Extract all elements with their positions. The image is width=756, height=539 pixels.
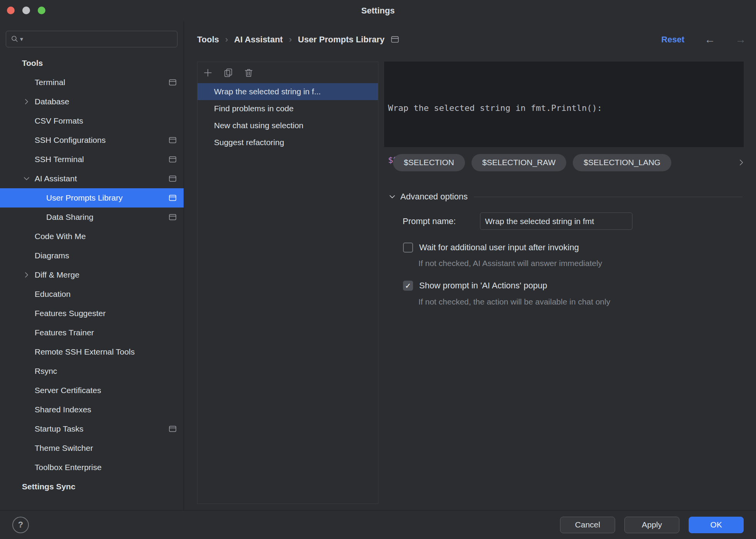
show-in-ai-actions-checkbox[interactable]: Show prompt in 'AI Actions' popup bbox=[403, 281, 547, 291]
breadcrumb-ai-assistant[interactable]: AI Assistant bbox=[234, 35, 283, 45]
sidebar-item-user-prompts-library[interactable]: User Prompts Library bbox=[0, 188, 184, 208]
main-content: Tools › AI Assistant › User Prompts Libr… bbox=[184, 21, 756, 510]
breadcrumb-separator: › bbox=[289, 35, 292, 45]
item-label: Features Suggester bbox=[35, 309, 105, 318]
title-bar: Settings bbox=[0, 0, 756, 21]
prompt-text-editor[interactable]: Wrap the selected string in fmt.Println(… bbox=[384, 62, 744, 147]
reset-button[interactable]: Reset bbox=[661, 35, 684, 45]
sidebar-item-education[interactable]: Education bbox=[0, 285, 184, 304]
monitor-icon bbox=[391, 35, 399, 44]
settings-search-box[interactable]: ▾ bbox=[6, 31, 177, 47]
checkbox-checked-icon[interactable] bbox=[403, 281, 413, 291]
variable-chip-selection-lang[interactable]: $SELECTION_LANG bbox=[573, 154, 671, 171]
sidebar-item-toolbox-enterprise[interactable]: Toolbox Enterprise bbox=[0, 458, 184, 477]
apply-button[interactable]: Apply bbox=[624, 517, 679, 533]
sidebar-item-ssh-configurations[interactable]: SSH Configurations bbox=[0, 131, 184, 150]
monitor-icon bbox=[169, 79, 177, 87]
chevron-right-icon[interactable] bbox=[22, 97, 31, 106]
sidebar-item-diagrams[interactable]: Diagrams bbox=[0, 246, 184, 265]
wait-for-input-helper-text: If not checked, AI Assistant will answer… bbox=[418, 259, 602, 268]
chevron-right-icon[interactable] bbox=[22, 271, 31, 279]
prompt-item-label: Find problems in code bbox=[214, 104, 294, 113]
sidebar-item-features-suggester[interactable]: Features Suggester bbox=[0, 304, 184, 323]
item-label: SSH Configurations bbox=[35, 136, 105, 145]
sidebar-item-rsync[interactable]: Rsync bbox=[0, 362, 184, 381]
monitor-icon bbox=[169, 175, 177, 183]
sidebar-item-remote-ssh-external-tools[interactable]: Remote SSH External Tools bbox=[0, 342, 184, 362]
breadcrumb-tools[interactable]: Tools bbox=[197, 35, 219, 45]
monitor-icon bbox=[169, 425, 177, 433]
item-label: AI Assistant bbox=[35, 174, 77, 183]
item-label: Diff & Merge bbox=[35, 270, 79, 280]
sidebar-item-code-with-me[interactable]: Code With Me bbox=[0, 227, 184, 246]
prompt-item-label: New chat using selection bbox=[214, 121, 303, 130]
sidebar-item-terminal[interactable]: Terminal bbox=[0, 73, 184, 92]
wait-for-input-checkbox[interactable]: Wait for additional user input after inv… bbox=[403, 243, 579, 253]
sidebar-section-settings-sync[interactable]: Settings Sync bbox=[0, 477, 184, 496]
item-label: Remote SSH External Tools bbox=[35, 347, 135, 357]
sidebar-item-features-trainer[interactable]: Features Trainer bbox=[0, 323, 184, 342]
add-prompt-icon[interactable] bbox=[203, 68, 213, 78]
monitor-icon bbox=[169, 213, 177, 221]
item-label: Data Sharing bbox=[46, 213, 94, 222]
item-label: SSH Terminal bbox=[35, 155, 84, 164]
advanced-options-toggle[interactable]: Advanced options bbox=[388, 191, 743, 203]
checkbox-unchecked-icon[interactable] bbox=[403, 243, 413, 253]
editor-line: Wrap the selected string in fmt.Println(… bbox=[388, 99, 740, 117]
help-button[interactable]: ? bbox=[12, 517, 29, 533]
item-label: Toolbox Enterprise bbox=[35, 463, 102, 472]
prompt-list-toolbar bbox=[197, 62, 378, 83]
chevron-down-icon bbox=[388, 192, 396, 201]
sidebar-item-theme-switcher[interactable]: Theme Switcher bbox=[0, 439, 184, 458]
prompt-name-input[interactable] bbox=[480, 213, 632, 230]
delete-prompt-icon[interactable] bbox=[244, 68, 254, 78]
item-label: Database bbox=[35, 97, 69, 106]
chevron-down-icon[interactable] bbox=[22, 174, 31, 183]
item-label: Startup Tasks bbox=[35, 424, 84, 434]
sidebar-item-data-sharing[interactable]: Data Sharing bbox=[0, 208, 184, 227]
search-icon bbox=[11, 35, 19, 44]
sidebar-item-csv-formats[interactable]: CSV Formats bbox=[0, 111, 184, 131]
sidebar-item-diff-and-merge[interactable]: Diff & Merge bbox=[0, 265, 184, 285]
settings-tree: Tools Terminal Database CSV Formats SSH … bbox=[0, 54, 184, 496]
section-divider bbox=[474, 197, 743, 197]
sidebar-item-ai-assistant[interactable]: AI Assistant bbox=[0, 169, 184, 188]
show-in-ai-actions-helper-text: If not checked, the action will be avail… bbox=[418, 297, 610, 306]
item-label: Diagrams bbox=[35, 251, 69, 260]
item-label: Terminal bbox=[35, 78, 65, 87]
cancel-button[interactable]: Cancel bbox=[560, 517, 615, 533]
variable-chips-row: $SELECTION $SELECTION_RAW $SELECTION_LAN… bbox=[393, 154, 746, 171]
item-label: Code With Me bbox=[35, 232, 86, 241]
sidebar-item-shared-indexes[interactable]: Shared Indexes bbox=[0, 400, 184, 419]
item-label: Education bbox=[35, 290, 70, 299]
item-label: CSV Formats bbox=[35, 116, 83, 126]
settings-sidebar: ▾ Tools Terminal Database CSV Formats SS… bbox=[0, 21, 184, 510]
item-label: Theme Switcher bbox=[35, 444, 93, 453]
back-arrow-icon[interactable]: ← bbox=[704, 34, 715, 45]
copy-prompt-icon[interactable] bbox=[223, 68, 233, 78]
prompt-list-panel: Wrap the selected string in f... Find pr… bbox=[197, 62, 378, 504]
sidebar-section-tools[interactable]: Tools bbox=[0, 54, 184, 73]
ok-button[interactable]: OK bbox=[689, 517, 744, 533]
section-label: Tools bbox=[22, 59, 43, 68]
monitor-icon bbox=[169, 156, 177, 164]
prompt-list-item[interactable]: Suggest refactoring bbox=[197, 134, 378, 151]
advanced-options-title: Advanced options bbox=[400, 192, 468, 202]
item-label: Server Certificates bbox=[35, 386, 101, 395]
sidebar-item-ssh-terminal[interactable]: SSH Terminal bbox=[0, 150, 184, 169]
breadcrumb-user-prompts-library[interactable]: User Prompts Library bbox=[298, 35, 385, 45]
prompt-list-item[interactable]: New chat using selection bbox=[197, 117, 378, 134]
sidebar-item-startup-tasks[interactable]: Startup Tasks bbox=[0, 419, 184, 439]
sidebar-item-database[interactable]: Database bbox=[0, 92, 184, 111]
item-label: User Prompts Library bbox=[46, 193, 122, 203]
more-variables-chevron-icon[interactable] bbox=[737, 158, 746, 167]
monitor-icon bbox=[169, 136, 177, 144]
settings-search-input[interactable] bbox=[26, 35, 172, 44]
variable-chip-selection[interactable]: $SELECTION bbox=[393, 154, 465, 171]
breadcrumb-separator: › bbox=[225, 35, 228, 45]
prompt-list-item[interactable]: Wrap the selected string in f... bbox=[197, 83, 378, 100]
variable-chip-selection-raw[interactable]: $SELECTION_RAW bbox=[472, 154, 567, 171]
sidebar-item-server-certificates[interactable]: Server Certificates bbox=[0, 381, 184, 400]
search-history-chevron-icon[interactable]: ▾ bbox=[20, 35, 23, 43]
prompt-list-item[interactable]: Find problems in code bbox=[197, 100, 378, 117]
